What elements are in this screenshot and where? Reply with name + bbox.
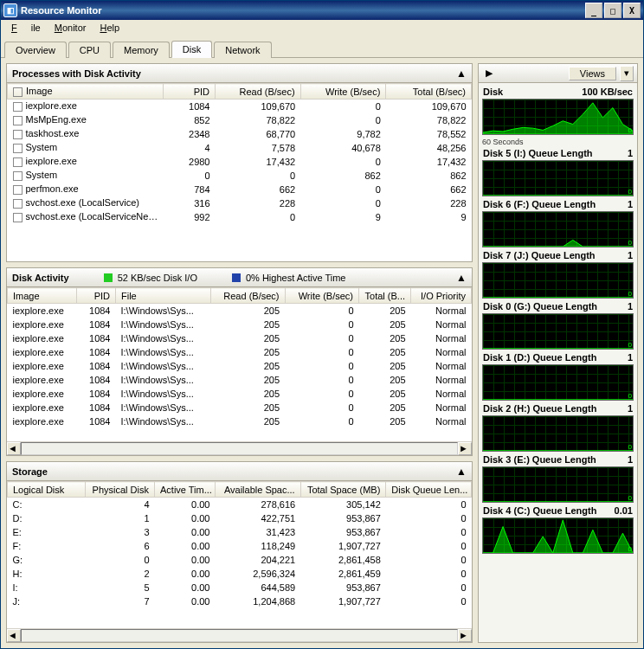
table-row[interactable]: iexplore.exe298017,432017,432 [8,155,472,169]
horizontal-scrollbar[interactable]: ◄► [7,441,472,455]
table-row[interactable]: D:10.00422,751953,8670 [8,511,472,525]
table-row[interactable]: iexplore.exe1084I:\Windows\Sys...2050205… [8,401,472,414]
chart-title: Disk 5 (I:) Queue Length [483,148,593,158]
chart-title: Disk 6 (F:) Queue Length [483,199,596,209]
storage-header[interactable]: Storage ▲ [7,462,472,481]
mini-chart: 0 [482,517,634,554]
checkbox[interactable] [13,102,23,112]
close-button[interactable]: X [623,3,641,18]
collapse-icon[interactable]: ▲ [456,466,467,478]
table-row[interactable]: iexplore.exe1084I:\Windows\Sys...2050205… [8,373,472,387]
col-image[interactable]: Image [8,288,77,304]
col-available[interactable]: Available Spac... [216,482,301,498]
col-file[interactable]: File [116,288,211,304]
minimize-button[interactable]: _ [585,3,602,18]
table-row[interactable]: perfmon.exe7846620662 [8,183,472,196]
processes-panel: Processes with Disk Activity ▲ Image PID… [6,63,473,262]
col-total[interactable]: Total (B/sec) [386,84,472,100]
menu-monitor[interactable]: Monitor [48,21,93,35]
storage-panel: Storage ▲ Logical Disk Physical Disk Act… [6,461,473,643]
chart-value: 1 [628,454,633,465]
chart-value: 1 [628,250,633,260]
table-row[interactable]: iexplore.exe1084I:\Windows\Sys...2050205… [8,359,472,373]
table-row[interactable]: System00862862 [8,169,472,183]
table-row[interactable]: System47,57840,67848,256 [8,141,472,155]
table-row[interactable]: C:40.00278,616305,1420 [8,498,472,511]
col-queue-length[interactable]: Disk Queue Len... [386,482,472,498]
chart-value: 0.01 [615,505,633,516]
mini-chart: 0 [482,466,634,503]
mini-chart: 0 [482,99,634,135]
processes-table: Image PID Read (B/sec) Write (B/sec) Tot… [7,83,472,224]
col-logical-disk[interactable]: Logical Disk [8,482,86,498]
disk-activity-header[interactable]: Disk Activity 52 KB/sec Disk I/O 0% High… [7,268,472,287]
titlebar[interactable]: ◧ Resource Monitor _ □ X [1,1,643,20]
table-row[interactable]: J:70.001,204,8681,907,7270 [8,594,472,608]
checkbox[interactable] [13,157,23,167]
table-row[interactable]: H:20.002,596,3242,861,4590 [8,567,472,581]
menu-help[interactable]: Help [93,21,126,35]
checkbox[interactable] [13,213,23,222]
col-write[interactable]: Write (B/sec) [285,288,359,304]
table-row[interactable]: iexplore.exe1084I:\Windows\Sys...2050205… [8,345,472,359]
mini-chart: 0 [482,262,634,299]
checkbox[interactable] [13,144,23,153]
collapse-icon[interactable]: ▲ [456,67,467,80]
hat-color-icon [232,273,241,282]
col-physical-disk[interactable]: Physical Disk [86,482,155,498]
play-icon[interactable]: ▶ [486,67,493,79]
chart-title: Disk [483,87,503,97]
col-total[interactable]: Total (B... [359,288,411,304]
checkbox[interactable] [13,130,23,139]
views-dropdown-icon[interactable]: ▾ [620,66,634,81]
table-row[interactable]: G:00.00204,2212,861,4580 [8,553,472,567]
checkbox[interactable] [13,199,23,209]
col-pid[interactable]: PID [77,288,116,304]
table-row[interactable]: iexplore.exe1084109,6700109,670 [8,100,472,113]
collapse-icon[interactable]: ▲ [456,272,467,284]
tab-network[interactable]: Network [214,42,271,58]
checkbox[interactable] [13,185,23,195]
checkbox[interactable] [13,116,23,125]
table-row[interactable]: iexplore.exe1084I:\Windows\Sys...2050205… [8,304,472,318]
table-row[interactable]: taskhost.exe234868,7709,78278,552 [8,127,472,141]
maximize-button[interactable]: □ [604,3,621,18]
checkbox[interactable] [13,171,23,181]
col-read[interactable]: Read (B/sec) [216,84,301,100]
chart-title: Disk 0 (G:) Queue Length [483,301,597,312]
checkbox-all[interactable] [13,87,23,97]
table-row[interactable]: I:50.00644,589953,8670 [8,581,472,594]
menu-file[interactable]: File [4,21,48,35]
table-row[interactable]: svchost.exe (LocalServiceNetwo...992099 [8,210,472,224]
col-total-space[interactable]: Total Space (MB) [300,482,386,498]
col-active-time[interactable]: Active Tim... [155,482,216,498]
chart-value: 1 [628,148,633,158]
chart-title: Disk 2 (H:) Queue Length [483,403,596,414]
processes-panel-header[interactable]: Processes with Disk Activity ▲ [7,64,472,83]
horizontal-scrollbar[interactable]: ◄► [7,628,472,642]
chart-title: Disk 7 (J:) Queue Length [483,250,596,260]
panel-title: Processes with Disk Activity [12,68,141,79]
tab-overview[interactable]: Overview [4,42,67,58]
col-write[interactable]: Write (B/sec) [300,84,386,100]
col-read[interactable]: Read (B/sec) [211,288,286,304]
table-row[interactable]: MsMpEng.exe85278,822078,822 [8,113,472,127]
io-color-icon [104,273,113,282]
chart-value: 1 [628,301,633,312]
table-row[interactable]: F:60.00118,2491,907,7270 [8,539,472,553]
table-row[interactable]: svchost.exe (LocalService)3162280228 [8,196,472,210]
table-row[interactable]: iexplore.exe1084I:\Windows\Sys...2050205… [8,331,472,345]
col-priority[interactable]: I/O Priority [411,288,472,304]
io-rate: 52 KB/sec Disk I/O [118,273,197,283]
tab-cpu[interactable]: CPU [68,42,111,58]
tab-memory[interactable]: Memory [113,42,170,58]
col-pid[interactable]: PID [164,84,216,100]
tab-disk[interactable]: Disk [171,41,212,58]
table-row[interactable]: iexplore.exe1084I:\Windows\Sys...2050205… [8,318,472,331]
table-row[interactable]: iexplore.exe1084I:\Windows\Sys...2050205… [8,387,472,401]
views-button[interactable]: Views [569,67,616,80]
chart-value: 1 [628,403,633,414]
table-row[interactable]: iexplore.exe1084I:\Windows\Sys...2050205… [8,414,472,428]
table-row[interactable]: E:30.0031,423953,8670 [8,525,472,539]
col-image[interactable]: Image [8,84,164,100]
